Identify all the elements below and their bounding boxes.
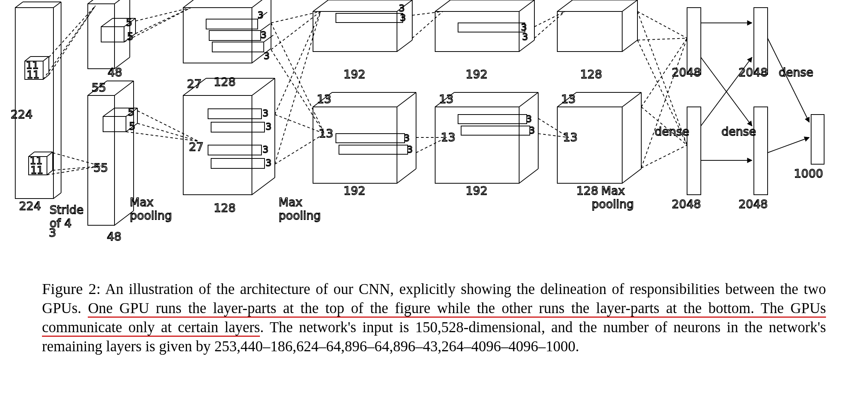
svg-rect-142 [687, 8, 701, 74]
label-3e: 3 [266, 121, 271, 132]
svg-rect-122 [557, 11, 622, 52]
svg-rect-97 [336, 134, 405, 143]
svg-rect-36 [101, 27, 124, 42]
label-3n: 3 [526, 114, 532, 124]
label-1000: 1000 [794, 167, 823, 180]
svg-rect-73 [211, 122, 265, 132]
l5-top-cube [557, 0, 637, 52]
svg-line-7 [43, 57, 49, 61]
svg-line-92 [397, 169, 416, 183]
l2-top-cube [183, 0, 271, 63]
svg-line-23 [47, 166, 101, 175]
label-27b: 27 [189, 140, 203, 153]
label-5b: 5 [127, 31, 134, 42]
label-27a: 27 [187, 77, 202, 90]
label-192bot: 192 [344, 184, 365, 197]
svg-rect-96 [336, 13, 403, 23]
label-2048b: 2048 [672, 197, 701, 211]
label-3k: 3 [407, 144, 413, 155]
svg-line-124 [622, 40, 637, 52]
fc7-top [754, 8, 768, 74]
svg-line-129 [622, 92, 641, 107]
label-128bot2: 128 [576, 184, 598, 197]
label-192bot2: 192 [466, 184, 487, 197]
arrows-fc7-out [768, 38, 809, 153]
figure-caption: Figure 2: An illustration of the archite… [42, 279, 826, 356]
l2-bottom-cube [183, 78, 275, 195]
svg-rect-74 [208, 145, 261, 155]
l3-kernel-top [336, 13, 403, 23]
svg-line-50 [124, 8, 191, 42]
label-13f: 13 [563, 131, 578, 144]
label-maxpool2b: pooling [279, 209, 321, 222]
svg-line-130 [622, 169, 641, 183]
label-2048c: 2048 [739, 66, 768, 79]
label-192top: 192 [344, 68, 365, 81]
svg-rect-149 [754, 107, 768, 195]
label-3a: 3 [258, 10, 263, 21]
rays-l5-fc6 [637, 11, 687, 168]
fc7-bottom [754, 107, 768, 195]
label-11b: 11 [27, 69, 39, 81]
label-stride: Stride [50, 203, 84, 216]
label-55b: 55 [94, 161, 108, 174]
svg-rect-30 [88, 95, 115, 225]
l1-top-cube [88, 0, 130, 69]
label-3o: 3 [529, 125, 535, 136]
svg-line-123 [622, 0, 637, 11]
svg-rect-75 [211, 158, 265, 168]
svg-line-61 [252, 78, 275, 95]
svg-line-2 [53, 193, 61, 199]
l3-top-cube [313, 0, 412, 52]
svg-line-18 [49, 6, 95, 57]
svg-line-110 [519, 92, 538, 107]
svg-line-58 [183, 0, 202, 8]
svg-line-137 [641, 38, 687, 168]
svg-line-4 [15, 2, 23, 8]
svg-line-99 [412, 11, 443, 15]
svg-rect-115 [458, 23, 525, 32]
svg-line-86 [397, 40, 412, 52]
l4-top-cube [435, 0, 534, 52]
svg-rect-103 [435, 11, 519, 52]
svg-line-1 [53, 2, 61, 8]
svg-line-79 [275, 11, 321, 164]
label-3f: 3 [263, 144, 268, 155]
label-5d: 5 [129, 121, 136, 132]
label-13a: 13 [317, 92, 331, 106]
svg-line-107 [435, 0, 450, 11]
svg-rect-68 [212, 42, 264, 52]
label-3l: 3 [521, 22, 527, 33]
svg-line-19 [49, 6, 95, 75]
label-3g: 3 [266, 158, 271, 168]
label-3m: 3 [522, 32, 528, 42]
l4-kernel-top [458, 23, 525, 32]
label-stride-of: of 4 [50, 216, 72, 230]
label-13e: 13 [561, 92, 576, 106]
rays-l2-l3-cross [271, 11, 324, 164]
svg-line-48 [136, 8, 191, 21]
svg-line-25 [115, 0, 130, 4]
label-224b: 224 [19, 199, 41, 213]
arrows-fc6-fc7 [701, 23, 752, 160]
label-maxpool1a: Max [130, 195, 153, 209]
label-maxpool1b: pooling [130, 209, 172, 222]
label-13c: 13 [439, 92, 453, 106]
svg-line-134 [637, 11, 687, 38]
label-maxpool2a: Max [279, 195, 302, 209]
label-dense2: dense [721, 125, 756, 138]
label-5c: 5 [128, 107, 134, 118]
svg-rect-128 [557, 107, 622, 183]
svg-line-78 [275, 11, 321, 115]
label-maxpool5a: Max [601, 184, 625, 197]
svg-line-40 [101, 18, 113, 27]
fc6-bottom [687, 107, 701, 195]
svg-line-80 [271, 23, 324, 134]
svg-line-53 [126, 132, 198, 141]
svg-line-31 [115, 81, 134, 95]
svg-rect-116 [458, 115, 527, 124]
label-3j: 3 [404, 133, 410, 144]
l1-bottom-cube [88, 81, 134, 225]
label-2048d: 2048 [739, 197, 768, 211]
svg-line-135 [637, 38, 687, 40]
